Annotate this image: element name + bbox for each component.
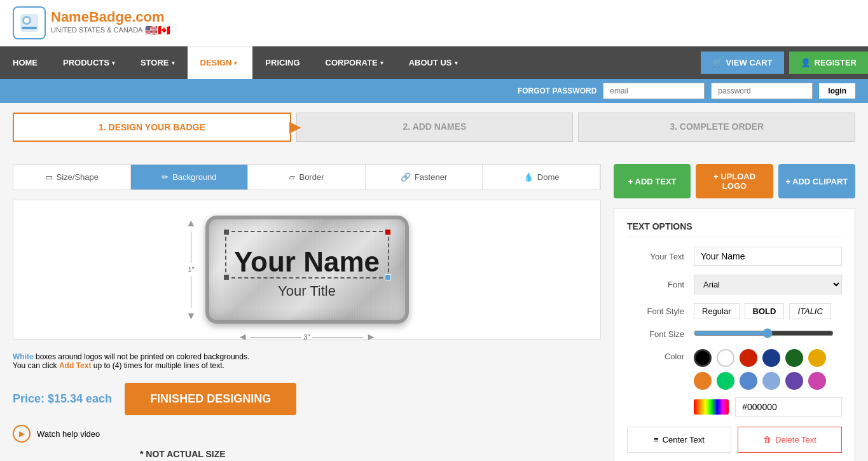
badge-title-text: Your Title <box>278 283 336 299</box>
step-3[interactable]: 3. COMPLETE ORDER <box>578 113 855 142</box>
color-swatch-pink[interactable] <box>808 372 826 390</box>
your-text-row: Your Text <box>627 247 842 266</box>
header: NameBadge.com UNITED STATES & CANADA 🇺🇸🇨… <box>0 0 868 46</box>
notes: White boxes around logos will not be pri… <box>13 352 601 370</box>
font-style-label: Font Style <box>627 306 684 316</box>
finished-designing-button[interactable]: FINISHED DESIGNING <box>125 383 296 415</box>
font-size-slider[interactable] <box>694 328 834 338</box>
your-text-input[interactable] <box>694 247 842 266</box>
handle-br[interactable] <box>385 274 391 280</box>
color-row: Color <box>627 349 842 416</box>
font-style-regular-button[interactable]: Regular <box>694 303 740 319</box>
arrow-left-icon: ◄ <box>238 331 248 343</box>
text-options-title: TEXT OPTIONS <box>627 221 842 237</box>
font-style-bold-button[interactable]: BOLD <box>745 303 785 319</box>
border-icon: ▱ <box>289 172 295 182</box>
nav-corporate[interactable]: CORPORATE ▾ <box>313 46 396 79</box>
tab-size-shape[interactable]: ▭ Size/Shape <box>13 165 131 189</box>
color-swatch-orange[interactable] <box>694 372 712 390</box>
nav-right: 🛒 VIEW CART 👤 REGISTER <box>701 52 868 74</box>
ruler-height: ▲ 1" ▼ <box>186 217 196 322</box>
tab-background[interactable]: ✏ Background <box>131 165 249 189</box>
fastener-icon: 🔗 <box>401 172 411 182</box>
badge-wrapper: ▲ 1" ▼ Your Name Your Title <box>205 216 409 324</box>
center-text-button[interactable]: ≡ Center Text <box>627 427 731 453</box>
step-2[interactable]: 2. ADD NAMES <box>296 113 574 142</box>
chevron-down-icon: ▾ <box>380 60 383 66</box>
badge-preview[interactable]: Your Name Your Title <box>205 216 409 324</box>
color-swatch-red[interactable] <box>740 349 757 367</box>
font-size-label: Font Size <box>627 329 684 339</box>
left-panel: ▭ Size/Shape ✏ Background ▱ Border 🔗 Fas… <box>13 164 601 461</box>
chevron-down-icon: ▾ <box>234 60 237 66</box>
tab-dome[interactable]: 💧 Dome <box>483 165 600 189</box>
view-cart-button[interactable]: 🛒 VIEW CART <box>701 52 784 74</box>
tab-fastener[interactable]: 🔗 Fastener <box>366 165 483 189</box>
color-swatch-white[interactable] <box>717 349 734 367</box>
nav-left: HOME PRODUCTS ▾ STORE ▾ DESIGN ▾ PRICING… <box>0 46 701 79</box>
user-icon: 👤 <box>801 58 811 67</box>
arrow-right-icon: ► <box>366 331 376 343</box>
handle-bl[interactable] <box>224 275 229 280</box>
size-shape-icon: ▭ <box>45 172 53 182</box>
handle-tr[interactable] <box>385 230 390 235</box>
play-icon: ▶ <box>13 425 31 443</box>
tab-border[interactable]: ▱ Border <box>248 165 366 189</box>
main-content: ▭ Size/Shape ✏ Background ▱ Border 🔗 Fas… <box>0 151 868 461</box>
register-button[interactable]: 👤 REGISTER <box>789 52 868 74</box>
delete-text-button[interactable]: 🗑 Delete Text <box>738 427 842 453</box>
add-text-button[interactable]: + Add Text <box>614 164 691 198</box>
logo[interactable]: NameBadge.com UNITED STATES & CANADA 🇺🇸🇨… <box>13 6 170 39</box>
add-clipart-button[interactable]: + Add Clipart <box>778 164 855 198</box>
upload-logo-button[interactable]: + Upload Logo <box>696 164 773 198</box>
not-actual-label: * NOT ACTUAL SIZE <box>140 449 226 459</box>
step-1[interactable]: 1. DESIGN YOUR BADGE ▶ <box>13 113 291 142</box>
handle-tl[interactable] <box>224 230 229 235</box>
font-style-italic-button[interactable]: ITALIC <box>789 303 831 319</box>
font-select[interactable]: Arial Times New Roman Helvetica Verdana <box>694 275 842 294</box>
color-hex-input[interactable] <box>735 397 842 416</box>
password-field[interactable] <box>711 83 813 99</box>
color-swatch-green-dark[interactable] <box>785 349 803 367</box>
note-line1: White boxes around logos will not be pri… <box>13 352 601 361</box>
nav-store[interactable]: STORE ▾ <box>128 46 188 79</box>
watch-video-label: Watch help video <box>37 429 100 439</box>
color-swatch-purple[interactable] <box>785 372 803 390</box>
swatch-row-1 <box>694 349 842 367</box>
your-text-label: Your Text <box>627 252 684 261</box>
background-icon: ✏ <box>162 172 169 182</box>
font-size-row: Font Size <box>627 328 842 340</box>
nav-home[interactable]: HOME <box>0 46 50 79</box>
price-row: Price: $15.34 each FINISHED DESIGNING <box>13 383 601 415</box>
color-swatch-blue-light[interactable] <box>762 372 780 390</box>
color-swatch-black[interactable] <box>694 349 712 367</box>
color-swatch-green-light[interactable] <box>717 372 734 390</box>
chevron-down-icon: ▾ <box>172 60 175 66</box>
email-field[interactable] <box>603 83 705 99</box>
nav-design[interactable]: DESIGN ▾ <box>188 46 253 79</box>
color-swatch-blue-dark[interactable] <box>762 349 780 367</box>
arrow-down-icon: ▼ <box>186 310 196 322</box>
forgot-password-label: FORGOT PASSWORD <box>518 86 596 95</box>
svg-rect-2 <box>22 27 37 29</box>
color-swatch-blue-med[interactable] <box>740 372 757 390</box>
action-buttons: + Add Text + Upload Logo + Add Clipart <box>614 164 855 198</box>
preview-area: ▲ 1" ▼ Your Name Your Title <box>13 200 601 340</box>
price-label: Price: $15.34 each <box>13 392 112 406</box>
font-row: Font Arial Times New Roman Helvetica Ver… <box>627 275 842 294</box>
nav-about[interactable]: ABOUT US ▾ <box>396 46 471 79</box>
progress-steps: 1. DESIGN YOUR BADGE ▶ 2. ADD NAMES 3. C… <box>13 113 855 142</box>
tab-bar: ▭ Size/Shape ✏ Background ▱ Border 🔗 Fas… <box>13 164 601 190</box>
color-gradient-picker[interactable] <box>694 399 729 415</box>
logo-sub: UNITED STATES & CANADA 🇺🇸🇨🇦 <box>51 24 170 36</box>
nav-pricing[interactable]: PRICING <box>252 46 312 79</box>
ruler-line4 <box>313 337 364 338</box>
nav-products[interactable]: PRODUCTS ▾ <box>50 46 128 79</box>
logo-icon <box>13 6 46 39</box>
login-button[interactable]: login <box>819 83 855 99</box>
color-swatch-yellow[interactable] <box>808 349 826 367</box>
step-arrow-1: ▶ <box>289 119 300 135</box>
chevron-down-icon: ▾ <box>455 60 458 66</box>
logo-text: NameBadge.com UNITED STATES & CANADA 🇺🇸🇨… <box>51 10 170 36</box>
watch-video[interactable]: ▶ Watch help video <box>13 425 601 443</box>
